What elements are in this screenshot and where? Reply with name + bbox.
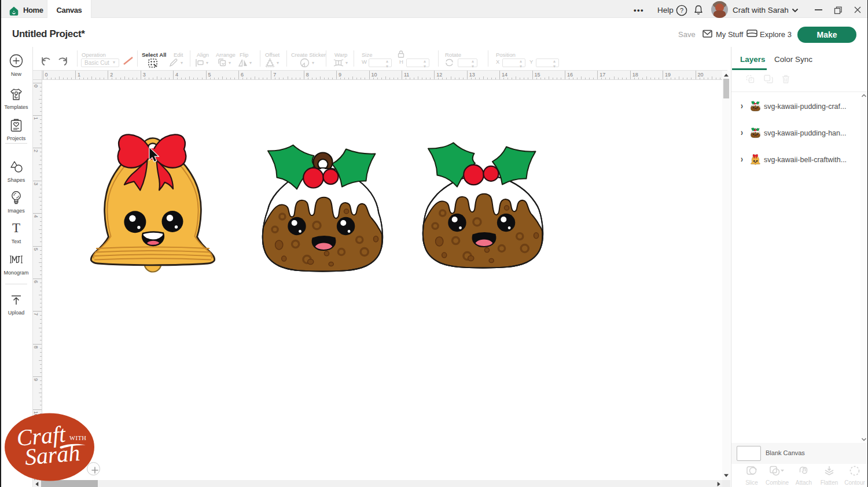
svg-text:T: T bbox=[12, 221, 20, 235]
svg-text:?: ? bbox=[680, 7, 683, 14]
svg-text:Sarah: Sarah bbox=[24, 440, 81, 470]
